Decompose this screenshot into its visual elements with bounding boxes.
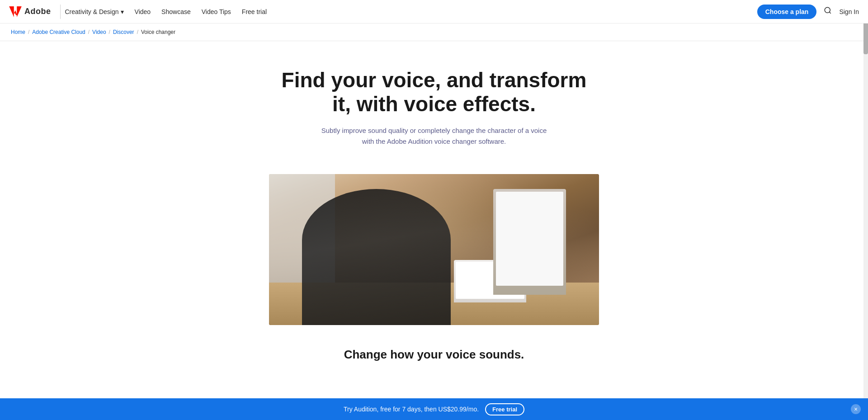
breadcrumb-video[interactable]: Video: [92, 29, 106, 35]
hero-title: Find your voice, and transform it, with …: [276, 68, 592, 116]
breadcrumb-sep-3: /: [109, 29, 110, 35]
hero-image-container: [0, 160, 868, 325]
nav-link-showcase[interactable]: Showcase: [161, 8, 191, 15]
nav-link-video-tips[interactable]: Video Tips: [202, 8, 231, 15]
nav-link-free-trial[interactable]: Free trial: [242, 8, 267, 15]
lower-title: Change how your voice sounds.: [9, 348, 859, 362]
hero-subtitle-line1: Subtly improve sound quality or complete…: [321, 127, 547, 134]
sign-in-link[interactable]: Sign In: [839, 8, 859, 15]
breadcrumb-sep-1: /: [28, 29, 29, 35]
adobe-logo-icon: [9, 6, 22, 17]
breadcrumb-home[interactable]: Home: [11, 29, 25, 35]
hero-subtitle: Subtly improve sound quality or complete…: [316, 125, 552, 147]
breadcrumb-creative-cloud[interactable]: Adobe Creative Cloud: [32, 29, 85, 35]
search-icon[interactable]: [824, 6, 832, 17]
svg-point-0: [825, 7, 830, 13]
creativity-label: Creativity & Design: [65, 8, 119, 15]
lower-section: Change how your voice sounds.: [0, 325, 868, 371]
nav-links: Video Showcase Video Tips Free trial: [135, 8, 267, 15]
choose-plan-button[interactable]: Choose a plan: [757, 5, 817, 19]
nav-divider: [60, 5, 61, 19]
breadcrumb-sep-2: /: [88, 29, 90, 35]
adobe-logo[interactable]: Adobe: [9, 6, 51, 17]
breadcrumb: Home / Adobe Creative Cloud / Video / Di…: [0, 24, 868, 41]
adobe-text: Adobe: [24, 7, 51, 16]
navbar: Adobe Creativity & Design ▾ Video Showca…: [0, 0, 868, 24]
creativity-design-menu[interactable]: Creativity & Design ▾: [65, 8, 124, 15]
breadcrumb-current: Voice changer: [141, 29, 175, 35]
chevron-down-icon: ▾: [121, 8, 124, 15]
breadcrumb-discover[interactable]: Discover: [113, 29, 134, 35]
nav-right: Choose a plan Sign In: [757, 5, 859, 19]
hero-image: [269, 174, 599, 325]
hero-monitor: [493, 189, 566, 295]
hero-subtitle-line2: with the Adobe Audition voice changer so…: [362, 137, 506, 145]
breadcrumb-sep-4: /: [137, 29, 138, 35]
scrollbar-track: [863, 0, 868, 371]
hero-section: Find your voice, and transform it, with …: [0, 41, 868, 160]
svg-line-1: [830, 12, 831, 13]
hero-person-figure: [302, 189, 451, 325]
nav-link-video[interactable]: Video: [135, 8, 151, 15]
